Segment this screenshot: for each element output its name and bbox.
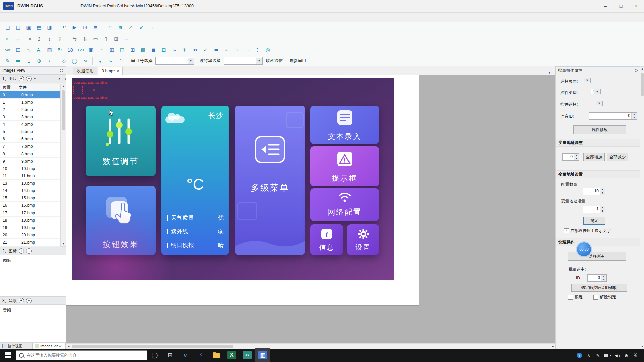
print-preview-icon[interactable]: ◨	[45, 23, 54, 32]
chart-icon[interactable]: ∿	[170, 46, 179, 54]
tab-control-view[interactable]: 控件视图	[0, 343, 33, 349]
scroll-left-icon[interactable]: ◄	[66, 345, 71, 348]
start-button[interactable]	[0, 349, 16, 362]
dev-lightning-icon[interactable]: ⚡	[193, 348, 209, 362]
curve-icon[interactable]: ∿	[24, 46, 33, 54]
image-row-10[interactable]: 1010.bmp	[0, 165, 60, 172]
download-screen-icon[interactable]: ⊡	[80, 23, 90, 32]
scrollbar-thumb[interactable]	[641, 73, 644, 96]
image-row-1[interactable]: 11.bmp	[0, 99, 60, 106]
scroll-down-icon[interactable]: ▼	[641, 344, 644, 349]
battery-icon[interactable]	[604, 351, 611, 359]
add-audio-button[interactable]: +	[19, 298, 24, 303]
bmp-preview[interactable]: Data Data Data Variables: 000 Data Data …	[72, 78, 394, 280]
card-multilevel-menu[interactable]: 多级菜单	[235, 106, 305, 255]
scroll-up-icon[interactable]: ▲	[62, 84, 65, 89]
image-row-2[interactable]: 22.bmp	[0, 106, 60, 113]
calendar-icon[interactable]: ▦	[107, 46, 116, 54]
unlock-checkbox-row[interactable]: 解除锁定	[593, 294, 616, 300]
doc-search-icon[interactable]: ≡	[91, 23, 100, 32]
image-row-3[interactable]: 33.bmp	[0, 113, 60, 121]
image-row-18[interactable]: 1818.bmp	[0, 217, 60, 224]
variable-overlay-text[interactable]: Data Data Data Variables:	[73, 96, 108, 99]
image-row-15[interactable]: 1515.bmp	[0, 194, 60, 202]
variable-placeholder-box[interactable]: 0	[73, 86, 79, 94]
list-icon[interactable]: ≔	[211, 46, 220, 54]
dgus-app-icon[interactable]: ▦	[255, 348, 270, 362]
devtools-icon[interactable]: <>	[239, 348, 255, 362]
panel-icon[interactable]: ▤	[14, 46, 23, 54]
keyboard-icon[interactable]: ◫	[118, 46, 127, 54]
align-center-h-icon[interactable]: ↔	[14, 35, 23, 43]
image-row-14[interactable]: 1414.bmp	[0, 187, 60, 194]
distribute-v-icon[interactable]: ⇅	[80, 35, 90, 43]
image-row-7[interactable]: 77.bmp	[0, 143, 60, 150]
pin-icon[interactable]	[635, 69, 638, 72]
marker-icon[interactable]: ◇	[60, 57, 69, 65]
scrollbar-thumb[interactable]	[72, 345, 233, 348]
minimize-button[interactable]: –	[598, 0, 613, 12]
chevron-up-icon[interactable]: ∧	[585, 351, 592, 359]
help-icon[interactable]: ?	[576, 351, 583, 359]
increase-all-button[interactable]: 全部增加	[583, 153, 605, 161]
address-increment-spinner[interactable]: ▲▼	[600, 206, 605, 213]
serial-port-select[interactable]: ▼	[155, 57, 194, 65]
align-top-icon[interactable]: ↥	[35, 35, 44, 43]
card-alert-box[interactable]: 提示框	[310, 146, 379, 186]
fast-forward-icon[interactable]: ≫	[191, 46, 200, 54]
image-row-5[interactable]: 55.bmp	[0, 128, 60, 135]
address-adjust-input[interactable]: 0 ▲▼	[562, 153, 579, 161]
volume-icon[interactable]: ◄)	[613, 351, 621, 359]
card-text-input[interactable]: 文本录入	[310, 106, 379, 144]
checkbox-checked-icon[interactable]: ✓	[564, 228, 569, 233]
drop-icon[interactable]: ◦	[45, 57, 54, 65]
plus-minus-icon[interactable]: ±	[24, 57, 33, 65]
align-middle-icon[interactable]: ↕	[45, 35, 54, 43]
excel-icon[interactable]: X	[224, 348, 239, 362]
lock-checkbox[interactable]	[568, 295, 573, 300]
chevron-down-icon[interactable]: ▼	[34, 77, 36, 80]
image-display-icon[interactable]: ▨	[45, 46, 54, 54]
card-network-config[interactable]: 网络配置	[310, 188, 379, 221]
unlock-checkbox[interactable]	[593, 295, 598, 300]
control-type-dropdown[interactable]: 所有 ▼	[591, 89, 601, 94]
data-box-icon[interactable]: ⊞	[128, 46, 137, 54]
add-image-button[interactable]: +	[19, 76, 24, 81]
screen-record-timer-bubble[interactable]: 00:33	[577, 242, 591, 256]
address-adjust-spinner[interactable]: ▲▼	[574, 154, 579, 160]
remove-icon-button[interactable]: −	[26, 248, 32, 254]
config-count-spinner[interactable]: ▲▼	[600, 188, 605, 195]
move-up-button[interactable]: ∧	[57, 77, 61, 81]
image-row-9[interactable]: 99.bmp	[0, 158, 60, 165]
image-row-13[interactable]: 1313.bmp	[0, 180, 60, 187]
save-icon[interactable]: ▣	[24, 23, 33, 32]
tab-welcome[interactable]: 欢迎使用	[73, 67, 97, 75]
time-check-icon[interactable]: ✓	[201, 46, 210, 54]
select-page-dropdown[interactable]: ▼	[589, 78, 591, 83]
clock-icon[interactable]: ◔	[97, 46, 106, 54]
pen-input-icon[interactable]: ✎	[594, 351, 602, 359]
voice-id-modify-button[interactable]: 选定触控语音ID修改	[571, 284, 627, 292]
image-row-6[interactable]: 66.bmp	[0, 135, 60, 143]
scroll-down-icon[interactable]: ▼	[62, 242, 65, 246]
pen-icon[interactable]: ✎	[3, 57, 12, 65]
pin-icon[interactable]	[60, 69, 63, 72]
art-number-icon[interactable]: 18	[66, 46, 75, 54]
baud-rate-select[interactable]: ▼	[224, 57, 263, 65]
lock-checkbox-row[interactable]: 锁定	[568, 294, 583, 300]
arrow-branch-icon[interactable]: ↳	[95, 57, 104, 65]
network-icon[interactable]: ⊕	[623, 351, 630, 359]
id-input[interactable]: 0 ▲▼	[587, 274, 607, 282]
address-increment-input[interactable]: 1 ▲▼	[583, 206, 605, 213]
taskbar-search[interactable]	[16, 350, 147, 360]
disc-icon[interactable]: ◎	[263, 46, 272, 54]
target-icon[interactable]: ⊕	[35, 57, 44, 65]
scrollbar-thumb[interactable]	[62, 90, 65, 130]
undo-icon[interactable]: ↶	[60, 23, 69, 32]
confirm-button[interactable]: 确定	[583, 217, 605, 225]
save-all-icon[interactable]: ▤	[35, 23, 44, 32]
run-icon[interactable]: ▶	[70, 23, 79, 32]
select-all-button[interactable]: 选择所有	[568, 252, 626, 261]
image-row-20[interactable]: 2020.bmp	[0, 231, 60, 239]
connect-button[interactable]: 联机通信	[266, 58, 283, 64]
